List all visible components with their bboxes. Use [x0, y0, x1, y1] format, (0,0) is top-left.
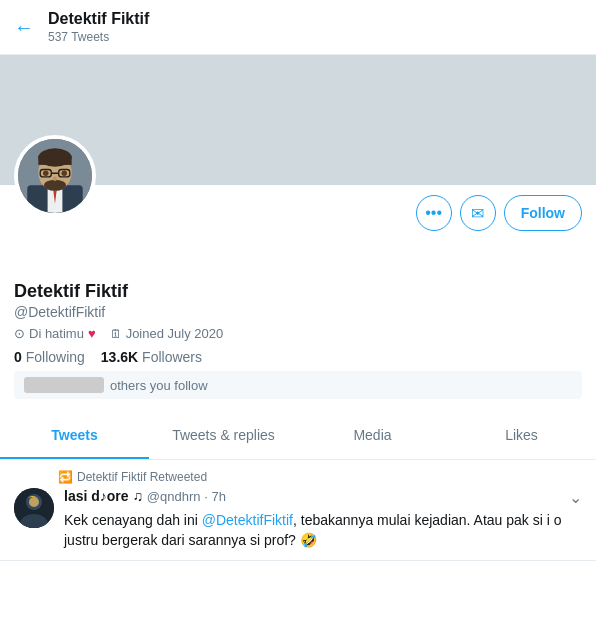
avatar-circle [14, 135, 96, 217]
tab-likes[interactable]: Likes [447, 413, 596, 459]
tweet-more-icon[interactable]: ⌄ [569, 488, 582, 507]
tab-tweets-replies[interactable]: Tweets & replies [149, 413, 298, 459]
profile-name: Detektif Fiktif [14, 281, 582, 302]
joined-item: 🗓 Joined July 2020 [110, 326, 224, 341]
header-title: Detektif Fiktif [48, 10, 149, 28]
header: ← Detektif Fiktif 537 Tweets [0, 0, 596, 55]
tweet-content: lasi d♪ore ♫ @qndhrn · 7h ⌄ Kek cenayang… [64, 488, 582, 550]
tweet-avatar-image [14, 488, 54, 528]
tweet-text: Kek cenayang dah ini @DetektifFiktif, te… [64, 511, 582, 550]
following-stat[interactable]: 0 Following [14, 349, 85, 365]
profile-handle: @DetektifFiktif [14, 304, 582, 320]
back-button[interactable]: ← [14, 16, 34, 39]
profile-section: ••• ✉ Follow Detektif Fiktif @DetektifFi… [0, 185, 596, 409]
profile-meta: ⊙ Di hatimu ♥ 🗓 Joined July 2020 [14, 326, 582, 341]
location-icon: ⊙ [14, 326, 25, 341]
tweet-author-info: lasi d♪ore ♫ @qndhrn · 7h [64, 488, 226, 504]
avatar-image [18, 136, 92, 216]
header-info: Detektif Fiktif 537 Tweets [48, 10, 149, 44]
retweet-icon: 🔁 [58, 470, 73, 484]
svg-rect-6 [38, 156, 71, 165]
follow-button[interactable]: Follow [504, 195, 582, 231]
tweet-mention[interactable]: @DetektifFiktif [202, 512, 293, 528]
calendar-icon: 🗓 [110, 327, 122, 341]
message-icon: ✉ [471, 204, 484, 223]
more-options-button[interactable]: ••• [416, 195, 452, 231]
retweet-label: 🔁 Detektif Fiktif Retweeted [58, 470, 582, 484]
followers-stat[interactable]: 13.6K Followers [101, 349, 202, 365]
tweet-body: lasi d♪ore ♫ @qndhrn · 7h ⌄ Kek cenayang… [14, 488, 582, 550]
follow-stats: 0 Following 13.6K Followers [14, 349, 582, 365]
profile-tabs: Tweets Tweets & replies Media Likes [0, 413, 596, 460]
svg-point-11 [43, 170, 49, 176]
svg-point-17 [29, 497, 39, 507]
following-others-avatars [24, 377, 104, 393]
tab-tweets[interactable]: Tweets [0, 413, 149, 459]
tweet-header: lasi d♪ore ♫ @qndhrn · 7h ⌄ [64, 488, 582, 507]
action-buttons: ••• ✉ Follow [14, 185, 582, 241]
tab-media[interactable]: Media [298, 413, 447, 459]
avatar [14, 135, 96, 217]
tweet-item: 🔁 Detektif Fiktif Retweeted lasi d♪ore ♫… [0, 460, 596, 561]
heart-icon: ♥ [88, 326, 96, 341]
message-button[interactable]: ✉ [460, 195, 496, 231]
tweet-author-avatar[interactable] [14, 488, 54, 528]
location-item: ⊙ Di hatimu ♥ [14, 326, 96, 341]
svg-point-12 [61, 170, 67, 176]
header-tweet-count: 537 Tweets [48, 30, 109, 44]
svg-point-7 [44, 180, 66, 191]
back-icon: ← [14, 16, 34, 38]
svg-point-13 [53, 176, 57, 181]
following-others-bar: others you follow [14, 371, 582, 399]
